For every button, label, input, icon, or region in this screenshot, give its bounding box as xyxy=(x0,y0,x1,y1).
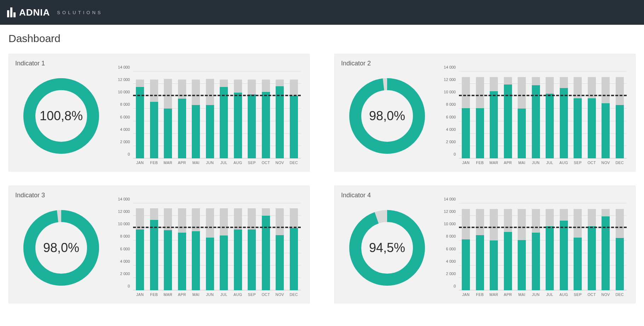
bar-nov xyxy=(599,203,613,290)
actual-bar xyxy=(262,92,270,158)
actual-bar xyxy=(192,105,200,158)
actual-bar xyxy=(476,108,484,158)
bar-chart: 02 0004 0006 0008 00010 00012 00014 000J… xyxy=(114,202,303,301)
bar-dec xyxy=(613,71,627,158)
plot-area xyxy=(459,71,627,158)
actual-bar xyxy=(490,240,498,290)
y-tick: 8 000 xyxy=(446,102,456,106)
y-tick: 12 000 xyxy=(118,209,130,214)
actual-bar xyxy=(290,96,298,158)
actual-bar xyxy=(532,233,540,290)
x-axis: JANFEBMARAPRMAIJUNJULAUGSEPOCTNOVDEC xyxy=(459,292,627,299)
y-tick: 2 000 xyxy=(446,140,456,144)
bar-nov xyxy=(273,71,287,158)
x-tick: JUL xyxy=(543,292,557,299)
x-axis: JANFEBMARAPRMAIJUNJULAUGSEPOCTNOVDEC xyxy=(459,161,627,168)
actual-bar xyxy=(602,103,610,158)
bar-jul xyxy=(543,71,557,158)
x-tick: JUL xyxy=(543,161,557,168)
x-tick: APR xyxy=(501,161,515,168)
brand-main: ADNIA xyxy=(19,7,50,18)
x-tick: FEB xyxy=(473,161,487,168)
x-tick: JUL xyxy=(217,161,231,168)
bar-jul xyxy=(217,71,231,158)
bar-jun xyxy=(529,203,543,290)
bar-oct xyxy=(585,71,599,158)
indicator-body: 98,0%02 0004 0006 0008 00010 00012 00014… xyxy=(15,202,303,301)
actual-bar xyxy=(560,221,568,290)
actual-bar xyxy=(546,226,554,290)
gauge: 98,0% xyxy=(15,202,107,294)
target-line xyxy=(459,95,627,96)
x-axis: JANFEBMARAPRMAIJUNJULAUGSEPOCTNOVDEC xyxy=(133,161,301,168)
gauge-value: 94,5% xyxy=(369,240,405,255)
x-tick: SEP xyxy=(571,161,585,168)
bar-jun xyxy=(203,203,217,290)
bar-nov xyxy=(273,203,287,290)
x-tick: JUN xyxy=(203,292,217,299)
y-axis: 02 0004 0006 0008 00010 00012 00014 000 xyxy=(439,203,457,290)
actual-bar xyxy=(588,98,596,158)
x-tick: NOV xyxy=(273,292,287,299)
x-tick: APR xyxy=(501,292,515,299)
indicator-title: Indicator 4 xyxy=(341,192,629,199)
bar-dec xyxy=(287,71,301,158)
x-tick: AUG xyxy=(231,292,245,299)
y-tick: 6 000 xyxy=(120,247,130,251)
bar-mar xyxy=(487,71,501,158)
y-tick: 0 xyxy=(128,152,130,156)
x-tick: DEC xyxy=(613,161,627,168)
indicator-title: Indicator 3 xyxy=(15,192,303,199)
actual-bar xyxy=(476,235,484,290)
indicator-title: Indicator 1 xyxy=(15,60,303,67)
bar-chart: 02 0004 0006 0008 00010 00012 00014 000J… xyxy=(439,70,629,169)
actual-bar xyxy=(560,88,568,158)
y-tick: 14 000 xyxy=(118,197,130,201)
page: Dashboard Indicator 1100,8%02 0004 0006 … xyxy=(0,25,644,311)
y-tick: 14 000 xyxy=(444,197,456,201)
x-tick: JAN xyxy=(133,161,147,168)
x-tick: FEB xyxy=(147,292,161,299)
bar-mar xyxy=(161,71,175,158)
x-tick: JUN xyxy=(203,161,217,168)
actual-bar xyxy=(276,86,284,158)
x-tick: NOV xyxy=(273,161,287,168)
y-tick: 14 000 xyxy=(444,65,456,69)
y-tick: 12 000 xyxy=(444,209,456,214)
bar-dec xyxy=(613,203,627,290)
y-tick: 12 000 xyxy=(118,77,130,82)
x-axis: JANFEBMARAPRMAIJUNJULAUGSEPOCTNOVDEC xyxy=(133,292,301,299)
actual-bar xyxy=(136,229,144,290)
bar-jun xyxy=(529,71,543,158)
target-line xyxy=(459,227,627,228)
bar-mai xyxy=(515,71,529,158)
x-tick: JAN xyxy=(133,292,147,299)
y-tick: 4 000 xyxy=(120,259,130,263)
x-tick: FEB xyxy=(473,292,487,299)
bar-aug xyxy=(231,71,245,158)
actual-bar xyxy=(248,229,256,290)
actual-bar xyxy=(234,229,242,290)
x-tick: OCT xyxy=(585,292,599,299)
x-tick: NOV xyxy=(599,292,613,299)
x-tick: SEP xyxy=(245,292,259,299)
y-tick: 2 000 xyxy=(446,272,456,276)
actual-bar xyxy=(220,87,228,158)
indicator-card-4: Indicator 494,5%02 0004 0006 0008 00010 … xyxy=(334,186,636,303)
indicator-card-2: Indicator 298,0%02 0004 0006 0008 00010 … xyxy=(334,54,636,171)
bar-jul xyxy=(217,203,231,290)
y-tick: 4 000 xyxy=(446,259,456,263)
y-tick: 10 000 xyxy=(444,90,456,94)
y-tick: 6 000 xyxy=(446,247,456,251)
y-tick: 10 000 xyxy=(118,90,130,94)
x-tick: APR xyxy=(175,292,189,299)
y-tick: 10 000 xyxy=(118,222,130,226)
actual-bar xyxy=(150,102,158,158)
x-tick: DEC xyxy=(613,292,627,299)
page-title: Dashboard xyxy=(8,33,636,45)
x-tick: SEP xyxy=(571,292,585,299)
actual-bar xyxy=(546,94,554,158)
y-tick: 12 000 xyxy=(444,77,456,82)
y-tick: 6 000 xyxy=(120,115,130,119)
bar-aug xyxy=(557,71,571,158)
